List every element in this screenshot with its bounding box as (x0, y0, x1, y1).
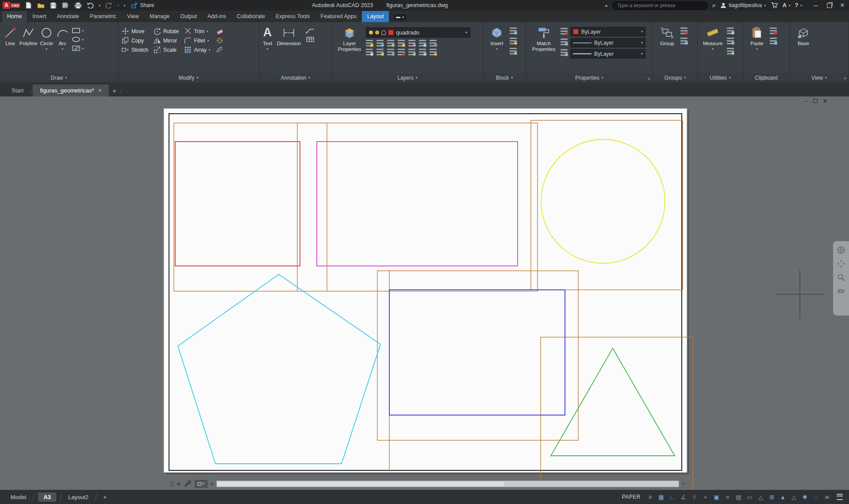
match-layer-icon[interactable] (376, 40, 384, 46)
doc-close-icon[interactable]: × (823, 97, 827, 104)
panel-block-label[interactable]: Block▾ (483, 73, 526, 82)
redo-icon[interactable] (105, 1, 113, 9)
redo-caret-icon[interactable]: ▾ (117, 4, 119, 8)
dimension-button[interactable]: Dimension (275, 24, 303, 73)
isodraft-icon[interactable]: ◊ (689, 492, 699, 502)
panel-clipboard-label[interactable]: Clipboard (743, 73, 789, 82)
make-current-layer-icon[interactable] (366, 40, 373, 46)
ortho-icon[interactable]: ∟ (667, 492, 677, 502)
mirror-button[interactable]: Mirror (154, 37, 179, 44)
tab-addins[interactable]: Add-ins (202, 11, 231, 22)
new-drawing-tab-button[interactable]: + (109, 85, 120, 96)
undo-icon[interactable] (86, 1, 94, 9)
object-snap-icon[interactable]: ▣ (711, 492, 722, 502)
tab-layout[interactable]: Layout (362, 11, 389, 22)
autodesk-app-button[interactable]: A ▾ (783, 2, 791, 8)
copy-clip-icon[interactable] (770, 38, 777, 44)
properties-dialog-launcher-icon[interactable]: ↘ (647, 76, 650, 81)
customization-menu-icon[interactable] (837, 494, 843, 500)
plot-icon[interactable] (74, 1, 82, 9)
new-layout-button[interactable]: + (100, 492, 109, 502)
pan-icon[interactable] (837, 259, 845, 268)
qat-customize-icon[interactable]: ▾ (123, 4, 125, 8)
panel-draw-label[interactable]: Draw▾ (0, 73, 118, 82)
drawing-area[interactable]: ─ × × ▾ « ▾ (0, 96, 849, 490)
panel-properties-label[interactable]: Properties▾↘ (526, 73, 653, 82)
close-button[interactable]: × (836, 0, 849, 11)
layout-tab-layout2[interactable]: Layout2 (65, 492, 91, 502)
graphics-performance-icon[interactable]: ≋ (822, 492, 832, 502)
collapse-chevrons-icon[interactable]: « (211, 481, 214, 487)
model-tab[interactable]: Model (8, 492, 29, 502)
search-icon[interactable]: ⌕ (712, 1, 716, 9)
polar-tracking-icon[interactable]: ∠ (678, 492, 688, 502)
match-properties-button[interactable]: Match Properties (530, 24, 558, 73)
fillet-button[interactable]: Fillet▾ (184, 37, 210, 44)
lock-layer-icon[interactable] (366, 49, 373, 55)
insert-button[interactable]: Insert ▾ (487, 24, 507, 73)
delete-layer-icon[interactable] (398, 49, 405, 55)
minimize-button[interactable]: ─ (809, 0, 822, 11)
lineweight-control-icon[interactable] (561, 49, 568, 56)
tab-home[interactable]: Home (2, 11, 27, 22)
group-button[interactable]: Group (657, 24, 678, 73)
thaw-all-layers-icon[interactable] (419, 49, 426, 55)
line-button[interactable]: Line (4, 24, 17, 73)
viewport-control-box[interactable]: ▾ (195, 480, 207, 488)
zoom-icon[interactable] (837, 273, 845, 282)
file-tab-active-doc[interactable]: figuras_geometricas* × (33, 85, 108, 96)
command-dock-grip[interactable] (170, 481, 174, 487)
panel-view-label[interactable]: View▾» (790, 73, 849, 82)
tab-output[interactable]: Output (175, 11, 202, 22)
paste-button[interactable]: Paste ▾ (747, 24, 767, 73)
merge-layer-icon[interactable] (387, 49, 394, 55)
search-collapse-icon[interactable]: ▸ (606, 3, 608, 8)
create-block-icon[interactable] (510, 27, 517, 34)
transparency-icon[interactable]: ▨ (734, 492, 744, 502)
freeze-layer-icon[interactable] (419, 40, 426, 46)
panel-utilities-label[interactable]: Utilities▾ (698, 73, 743, 82)
customize-wrench-icon[interactable] (184, 480, 192, 487)
help-button[interactable]: ? ▾ (795, 2, 802, 8)
doc-restore-icon[interactable] (813, 99, 818, 103)
ellipse-tool-button[interactable]: ▾ (72, 36, 84, 42)
circle-button[interactable]: Circle ▾ (40, 24, 53, 73)
panel-groups-label[interactable]: Groups▾ (653, 73, 697, 82)
annotation-visibility-icon[interactable]: ▲ (778, 492, 788, 502)
explode-button[interactable] (216, 37, 224, 44)
write-block-icon[interactable] (510, 38, 517, 44)
base-button[interactable]: Base (793, 24, 814, 73)
share-button[interactable]: Share (131, 2, 154, 8)
ribbon-overflow-icon[interactable]: » (844, 75, 846, 81)
tab-express-tools[interactable]: Express Tools (270, 11, 315, 22)
leader-tool-button[interactable] (306, 27, 315, 34)
dynamic-input-icon[interactable]: ⊞ (767, 492, 777, 502)
panel-modify-label[interactable]: Modify▾ (118, 73, 259, 82)
panel-annotation-label[interactable]: Annotation▾ (259, 73, 332, 82)
grid-icon[interactable]: # (645, 492, 655, 502)
offset-button[interactable] (216, 46, 224, 54)
arc-button[interactable]: Arc ▾ (56, 24, 69, 73)
previous-layer-icon[interactable] (387, 40, 394, 46)
full-navigation-wheel-icon[interactable] (837, 246, 845, 254)
turn-all-layers-on-icon[interactable] (408, 49, 415, 55)
text-button[interactable]: A Text ▾ (263, 24, 272, 73)
color-dropdown[interactable]: ByLayer ▾ (570, 27, 645, 36)
hatch-tool-button[interactable]: ▾ (72, 45, 84, 51)
tab-annotate[interactable]: Annotate (52, 11, 85, 22)
stretch-button[interactable]: Stretch (122, 46, 148, 54)
dynamic-ucs-icon[interactable]: △ (756, 492, 766, 502)
linetype-dropdown[interactable]: ByLayer ▾ (570, 38, 645, 47)
linetype-control-icon[interactable] (561, 38, 568, 45)
snap-icon[interactable]: ▦ (656, 492, 666, 502)
tab-view[interactable]: View (122, 11, 144, 22)
annotation-scale-icon[interactable]: △ (789, 492, 799, 502)
unisolate-layer-icon[interactable] (408, 40, 415, 46)
cut-icon[interactable] (770, 27, 777, 34)
lineweight-dropdown[interactable]: ByLayer ▾ (570, 49, 645, 58)
layer-properties-button[interactable]: Layer Properties (336, 24, 363, 73)
ribbon-display-toggle[interactable]: ▾ (393, 14, 407, 20)
orbit-icon[interactable] (837, 287, 845, 296)
layout-tab-a3[interactable]: A3 (38, 492, 56, 502)
horizontal-scrollbar[interactable] (216, 481, 679, 487)
